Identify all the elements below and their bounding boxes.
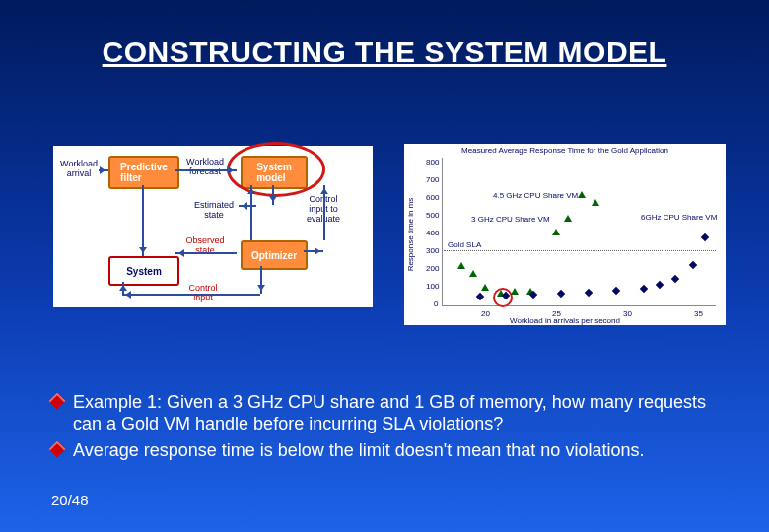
arrow-icon xyxy=(239,205,256,207)
ytick: 600 xyxy=(426,193,439,202)
point-icon xyxy=(592,199,599,206)
chart: Measured Average Response Time for the G… xyxy=(404,144,726,325)
xtick: 20 xyxy=(481,309,490,318)
arrow-icon xyxy=(260,266,262,294)
arrow-icon xyxy=(99,169,108,171)
point-icon xyxy=(469,270,477,277)
x-axis xyxy=(442,305,716,306)
diamond-bullet-icon xyxy=(49,392,66,409)
arrow-icon xyxy=(122,282,124,294)
point-icon xyxy=(578,191,586,198)
gold-sla-line xyxy=(444,250,716,251)
arrow-icon xyxy=(323,185,325,240)
ytick: 500 xyxy=(426,211,439,220)
point-icon xyxy=(511,288,519,295)
point-icon xyxy=(689,261,697,269)
y-axis xyxy=(442,158,443,305)
point-icon xyxy=(552,229,560,235)
point-icon xyxy=(701,233,709,241)
chart-xlabel: Workload in arrivals per second xyxy=(404,316,726,325)
point-icon xyxy=(640,285,648,293)
point-icon xyxy=(457,262,465,269)
highlight-circle-icon xyxy=(227,142,325,197)
point-icon xyxy=(585,289,593,297)
bullet-text: Average response time is below the limit… xyxy=(73,440,644,460)
ytick: 200 xyxy=(426,264,439,273)
ytick: 400 xyxy=(426,229,439,237)
series1-label: 4.5 GHz CPU Share VM xyxy=(493,191,578,200)
xtick: 25 xyxy=(552,309,561,318)
estimated-state-label: Estimatedstate xyxy=(189,201,239,221)
slide: CONSTRUCTING THE SYSTEM MODEL Workloadar… xyxy=(0,0,769,532)
ytick: 800 xyxy=(426,158,439,166)
bullets: Example 1: Given a 3 GHz CPU share and 1… xyxy=(51,391,726,466)
gold-sla-label: Gold SLA xyxy=(448,240,481,249)
predictive-filter-box: Predictivefilter xyxy=(108,156,179,189)
ytick: 100 xyxy=(426,282,439,291)
arrow-icon xyxy=(250,185,252,240)
arrow-icon xyxy=(175,252,237,254)
point-icon xyxy=(564,215,572,222)
bullet-item: Example 1: Given a 3 GHz CPU share and 1… xyxy=(51,391,726,435)
workload-forecast-label: Workloadforecast xyxy=(181,158,229,177)
bullet-text: Example 1: Given a 3 GHz CPU share and 1… xyxy=(73,392,706,434)
point-icon xyxy=(476,293,484,300)
point-icon xyxy=(612,287,620,295)
arrow-icon xyxy=(175,169,237,171)
series3-label: 6GHz CPU Share VM xyxy=(641,213,717,222)
chart-ylabel: Response time in ms xyxy=(406,198,415,272)
point-icon xyxy=(529,291,537,299)
xtick: 30 xyxy=(623,309,632,318)
system-diagram: Workloadarrival Predictivefilter Workloa… xyxy=(53,146,373,307)
page-title: CONSTRUCTING THE SYSTEM MODEL xyxy=(0,35,769,69)
arrow-icon xyxy=(142,185,144,256)
workload-arrival-label: Workloadarrival xyxy=(57,160,101,179)
diamond-bullet-icon xyxy=(49,440,66,457)
arrow-icon xyxy=(122,294,260,296)
point-icon xyxy=(656,281,664,289)
chart-title: Measured Average Response Time for the G… xyxy=(404,146,726,155)
xtick: 35 xyxy=(694,309,703,318)
ytick: 0 xyxy=(434,299,438,308)
page-number: 20/48 xyxy=(51,492,89,508)
point-icon xyxy=(481,284,489,291)
series2-label: 3 GHz CPU Share VM xyxy=(471,215,550,224)
ytick: 300 xyxy=(426,246,439,255)
arrow-icon xyxy=(272,185,274,205)
point-icon xyxy=(671,275,679,283)
arrow-icon xyxy=(304,250,323,252)
optimizer-box: Optimizer xyxy=(241,240,308,270)
bullet-item: Average response time is below the limit… xyxy=(51,439,726,462)
point-icon xyxy=(557,290,565,298)
ytick: 700 xyxy=(426,175,439,184)
